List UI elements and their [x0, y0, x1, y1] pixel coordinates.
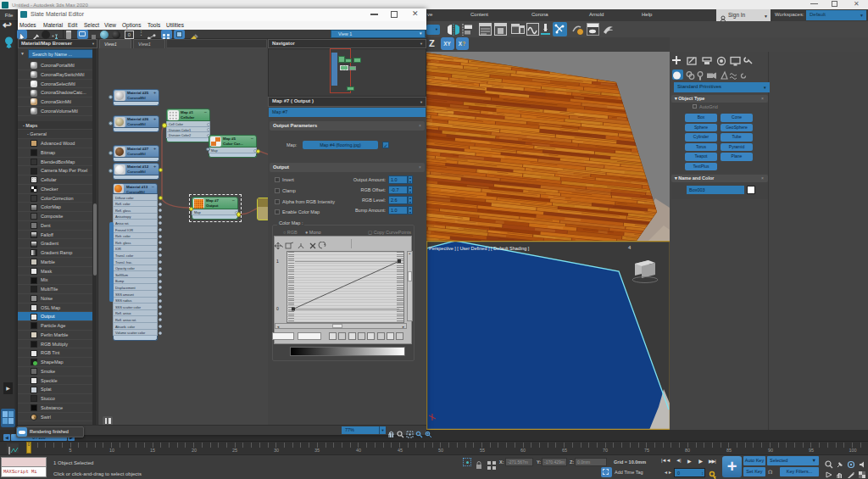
svg-text:+: +	[52, 34, 54, 38]
